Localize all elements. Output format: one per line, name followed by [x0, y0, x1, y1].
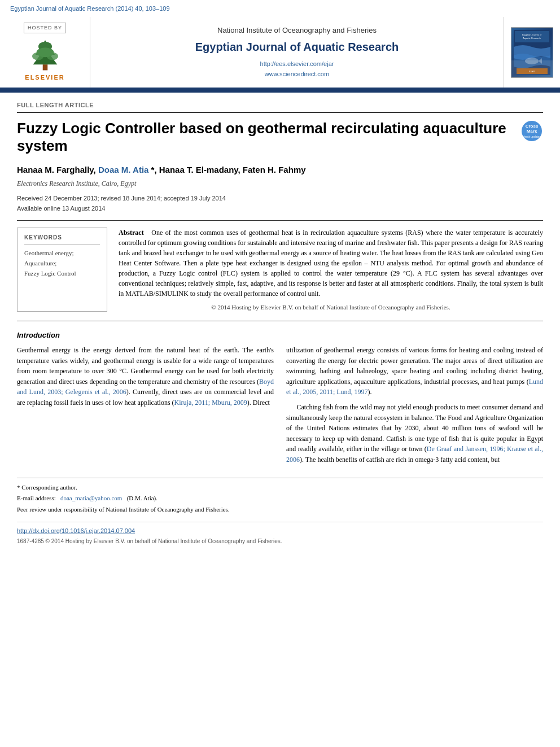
two-col-body: Geothermal energy is the energy derived …	[17, 345, 543, 470]
ref-kiruja[interactable]: Kiruja, 2011; Mburu, 2009	[174, 399, 247, 407]
header-url1[interactable]: http://ees.elsevier.com/ejar	[260, 59, 334, 69]
abstract-label: Abstract	[119, 229, 144, 237]
footnote-email-label: E-mail address:	[17, 495, 56, 501]
journal-link[interactable]: Egyptian Journal of Aquatic Research (20…	[10, 5, 170, 12]
footnote-section: * Corresponding author. E-mail address: …	[17, 478, 543, 514]
hosted-by-label: HOSTED BY	[24, 23, 66, 33]
elsevier-tree-icon	[23, 38, 68, 72]
section-divider-2	[17, 321, 543, 321]
svg-text:EJAR: EJAR	[529, 70, 535, 73]
doi-footer: http://dx.doi.org/10.1016/j.ejar.2014.07…	[17, 522, 543, 545]
abstract-section: Abstract One of the most common uses of …	[119, 228, 543, 312]
header: HOSTED BY ELSEVIER National Institute of	[0, 17, 560, 90]
author-atia[interactable]: Doaa M. Atia	[98, 165, 148, 174]
affiliation-line: Electronics Research Institute, Cairo, E…	[17, 179, 543, 189]
issn-line: 1687-4285 © 2014 Hosting by Elsevier B.V…	[17, 538, 543, 545]
article-type-label: FULL LENGTH ARTICLE	[17, 101, 543, 112]
footnote-email-link[interactable]: doaa_matia@yahoo.com	[60, 495, 122, 501]
ref-degraaf[interactable]: De Graaf and Janssen, 1996; Krause et al…	[286, 445, 543, 464]
intro-heading: Introduction	[17, 330, 543, 340]
col2-para1: utilization of geothermal energy consist…	[286, 345, 543, 397]
ref-boyd-lund[interactable]: Boyd and Lund, 2003; Gelegenis et al., 2…	[17, 378, 274, 396]
authors-line: Hanaa M. Farghally, Doaa M. Atia *, Hana…	[17, 164, 543, 176]
author-farghally: Hanaa M. Farghally,	[17, 165, 98, 174]
body-col-left: Geothermal energy is the energy derived …	[17, 345, 274, 470]
header-url2[interactable]: www.sciencedirect.com	[265, 69, 329, 80]
dates-available: Available online 13 August 2014	[17, 204, 543, 213]
svg-rect-12	[517, 68, 548, 74]
section-divider-1	[17, 220, 543, 221]
article-body: FULL LENGTH ARTICLE Fuzzy Logic Controll…	[0, 93, 560, 554]
abstract-copyright: © 2014 Hosting by Elsevier B.V. on behal…	[119, 303, 543, 312]
svg-text:check updates: check updates	[523, 135, 541, 138]
col2-para2: Catching fish from the wild may not yiel…	[286, 402, 543, 465]
crossmark-icon[interactable]: Cross Mark check updates	[520, 120, 543, 142]
svg-point-5	[36, 47, 54, 57]
footnote-peer-line: Peer review under responsibility of Nati…	[17, 505, 543, 514]
svg-text:Aquatic Research: Aquatic Research	[523, 37, 541, 40]
header-left: HOSTED BY ELSEVIER	[0, 17, 90, 88]
journal-title-header: Egyptian Journal of Aquatic Research	[195, 39, 399, 55]
svg-text:Cross: Cross	[526, 124, 539, 129]
ref-lund[interactable]: Lund et al., 2005, 2011; Lund, 1997	[286, 378, 543, 396]
article-title: Fuzzy Logic Controller based on geotherm…	[17, 120, 520, 155]
body-col-right: utilization of geothermal energy consist…	[286, 345, 543, 470]
body-section: Introduction Geothermal energy is the en…	[17, 330, 543, 470]
svg-point-10	[525, 58, 539, 64]
keywords-box: KEYWORDS Geothermal energy; Aquaculture;…	[17, 228, 107, 312]
svg-text:Egyptian Journal of: Egyptian Journal of	[522, 33, 542, 36]
author-star: *,	[151, 165, 159, 174]
footnote-star-line: * Corresponding author.	[17, 483, 543, 492]
svg-rect-0	[42, 64, 47, 70]
author-elmadany: Hanaa T. El-madany, Faten H. Fahmy	[159, 165, 306, 174]
abstract-body: One of the most common uses of geotherma…	[119, 229, 543, 298]
title-row: Fuzzy Logic Controller based on geotherm…	[17, 120, 543, 155]
keyword-3: Fuzzy Logic Control	[24, 269, 100, 278]
keywords-abstract-section: KEYWORDS Geothermal energy; Aquaculture;…	[17, 228, 543, 312]
elsevier-logo: ELSEVIER	[23, 38, 68, 82]
abstract-text: Abstract One of the most common uses of …	[119, 228, 543, 299]
journal-cover-image: Egyptian Journal of Aquatic Research EJA…	[511, 27, 553, 78]
svg-text:Mark: Mark	[527, 129, 537, 134]
footnote-star: * Corresponding author.	[17, 484, 77, 491]
footnote-email-line: E-mail address: doaa_matia@yahoo.com (D.…	[17, 493, 543, 503]
col1-para1: Geothermal energy is the energy derived …	[17, 345, 274, 408]
keyword-2: Aquaculture;	[24, 259, 100, 268]
keywords-title: KEYWORDS	[24, 234, 100, 244]
elsevier-brand: ELSEVIER	[25, 73, 64, 82]
institute-name: National Institute of Oceanography and F…	[217, 25, 377, 36]
dates-received: Received 24 December 2013; revised 18 Ju…	[17, 194, 543, 203]
footnote-email-name: (D.M. Atia).	[127, 495, 158, 501]
doi-link[interactable]: http://dx.doi.org/10.1016/j.ejar.2014.07…	[17, 527, 135, 534]
header-right: Egyptian Journal of Aquatic Research EJA…	[504, 17, 560, 88]
header-center: National Institute of Oceanography and F…	[90, 17, 504, 88]
keyword-1: Geothermal energy;	[24, 249, 100, 257]
